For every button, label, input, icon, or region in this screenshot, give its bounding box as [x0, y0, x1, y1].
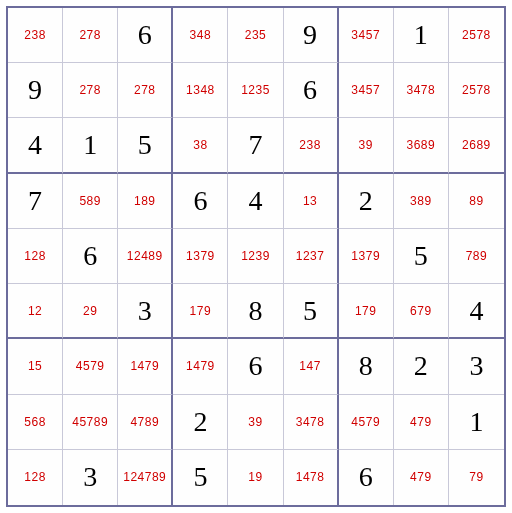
cell-r8-c2[interactable]: 45789	[63, 395, 118, 450]
cell-r2-c4[interactable]: 1348	[173, 63, 228, 118]
cell-r1-c7[interactable]: 3457	[339, 8, 394, 63]
cell-r6-c4[interactable]: 179	[173, 284, 228, 339]
cell-r6-c7[interactable]: 179	[339, 284, 394, 339]
cell-r5-c5[interactable]: 1239	[228, 229, 283, 284]
cell-r4-c1[interactable]: 7	[8, 174, 63, 229]
cell-r9-c4[interactable]: 5	[173, 450, 228, 505]
cell-r8-c5[interactable]: 39	[228, 395, 283, 450]
candidate-values: 1478	[296, 470, 325, 484]
cell-r2-c9[interactable]: 2578	[449, 63, 504, 118]
cell-r7-c6[interactable]: 147	[284, 339, 339, 394]
candidate-values: 235	[245, 28, 267, 42]
cell-r6-c6[interactable]: 5	[284, 284, 339, 339]
cell-r8-c4[interactable]: 2	[173, 395, 228, 450]
cell-r9-c5[interactable]: 19	[228, 450, 283, 505]
cell-r6-c5[interactable]: 8	[228, 284, 283, 339]
cell-r2-c5[interactable]: 1235	[228, 63, 283, 118]
cell-r1-c2[interactable]: 278	[63, 8, 118, 63]
cell-r7-c5[interactable]: 6	[228, 339, 283, 394]
cell-r1-c8[interactable]: 1	[394, 8, 449, 63]
cell-r1-c4[interactable]: 348	[173, 8, 228, 63]
cell-r9-c3[interactable]: 124789	[118, 450, 173, 505]
cell-r6-c3[interactable]: 3	[118, 284, 173, 339]
cell-r7-c3[interactable]: 1479	[118, 339, 173, 394]
cell-r1-c9[interactable]: 2578	[449, 8, 504, 63]
cell-r8-c7[interactable]: 4579	[339, 395, 394, 450]
cell-r3-c7[interactable]: 39	[339, 118, 394, 173]
cell-r3-c4[interactable]: 38	[173, 118, 228, 173]
candidate-values: 45789	[72, 415, 108, 429]
candidate-values: 4579	[351, 415, 380, 429]
given-value: 5	[138, 129, 152, 161]
cell-r2-c7[interactable]: 3457	[339, 63, 394, 118]
candidate-values: 128	[24, 470, 46, 484]
cell-r3-c2[interactable]: 1	[63, 118, 118, 173]
cell-r6-c1[interactable]: 12	[8, 284, 63, 339]
candidate-values: 479	[410, 470, 432, 484]
candidate-values: 179	[355, 304, 377, 318]
cell-r9-c8[interactable]: 479	[394, 450, 449, 505]
cell-r9-c7[interactable]: 6	[339, 450, 394, 505]
cell-r2-c8[interactable]: 3478	[394, 63, 449, 118]
cell-r7-c7[interactable]: 8	[339, 339, 394, 394]
cell-r7-c2[interactable]: 4579	[63, 339, 118, 394]
cell-r5-c8[interactable]: 5	[394, 229, 449, 284]
candidate-values: 1348	[186, 83, 215, 97]
cell-r2-c3[interactable]: 278	[118, 63, 173, 118]
cell-r9-c9[interactable]: 79	[449, 450, 504, 505]
candidate-values: 4789	[130, 415, 159, 429]
cell-r6-c2[interactable]: 29	[63, 284, 118, 339]
cell-r1-c6[interactable]: 9	[284, 8, 339, 63]
cell-r4-c7[interactable]: 2	[339, 174, 394, 229]
cell-r2-c1[interactable]: 9	[8, 63, 63, 118]
cell-r9-c2[interactable]: 3	[63, 450, 118, 505]
given-value: 1	[83, 129, 97, 161]
cell-r3-c5[interactable]: 7	[228, 118, 283, 173]
cell-r9-c6[interactable]: 1478	[284, 450, 339, 505]
cell-r3-c1[interactable]: 4	[8, 118, 63, 173]
candidate-values: 278	[79, 83, 101, 97]
cell-r4-c8[interactable]: 389	[394, 174, 449, 229]
cell-r5-c2[interactable]: 6	[63, 229, 118, 284]
cell-r5-c1[interactable]: 128	[8, 229, 63, 284]
candidate-values: 2578	[462, 83, 491, 97]
candidate-values: 179	[190, 304, 212, 318]
candidate-values: 13	[303, 194, 317, 208]
cell-r7-c4[interactable]: 1479	[173, 339, 228, 394]
cell-r5-c4[interactable]: 1379	[173, 229, 228, 284]
cell-r4-c3[interactable]: 189	[118, 174, 173, 229]
cell-r8-c1[interactable]: 568	[8, 395, 63, 450]
cell-r3-c8[interactable]: 3689	[394, 118, 449, 173]
cell-r4-c2[interactable]: 589	[63, 174, 118, 229]
cell-r2-c6[interactable]: 6	[284, 63, 339, 118]
cell-r6-c9[interactable]: 4	[449, 284, 504, 339]
cell-r1-c3[interactable]: 6	[118, 8, 173, 63]
cell-r8-c3[interactable]: 4789	[118, 395, 173, 450]
cell-r3-c3[interactable]: 5	[118, 118, 173, 173]
cell-r6-c8[interactable]: 679	[394, 284, 449, 339]
cell-r5-c9[interactable]: 789	[449, 229, 504, 284]
cell-r5-c6[interactable]: 1237	[284, 229, 339, 284]
candidate-values: 2689	[462, 138, 491, 152]
cell-r4-c5[interactable]: 4	[228, 174, 283, 229]
cell-r8-c9[interactable]: 1	[449, 395, 504, 450]
candidate-values: 1239	[241, 249, 270, 263]
cell-r3-c6[interactable]: 238	[284, 118, 339, 173]
cell-r4-c9[interactable]: 89	[449, 174, 504, 229]
cell-r4-c6[interactable]: 13	[284, 174, 339, 229]
cell-r7-c1[interactable]: 15	[8, 339, 63, 394]
cell-r3-c9[interactable]: 2689	[449, 118, 504, 173]
cell-r8-c8[interactable]: 479	[394, 395, 449, 450]
cell-r5-c3[interactable]: 12489	[118, 229, 173, 284]
cell-r1-c5[interactable]: 235	[228, 8, 283, 63]
cell-r8-c6[interactable]: 3478	[284, 395, 339, 450]
cell-r2-c2[interactable]: 278	[63, 63, 118, 118]
cell-r7-c9[interactable]: 3	[449, 339, 504, 394]
cell-r5-c7[interactable]: 1379	[339, 229, 394, 284]
cell-r4-c4[interactable]: 6	[173, 174, 228, 229]
cell-r7-c8[interactable]: 2	[394, 339, 449, 394]
cell-r1-c1[interactable]: 238	[8, 8, 63, 63]
cell-r9-c1[interactable]: 128	[8, 450, 63, 505]
candidate-values: 2578	[462, 28, 491, 42]
candidate-values: 4579	[76, 359, 105, 373]
